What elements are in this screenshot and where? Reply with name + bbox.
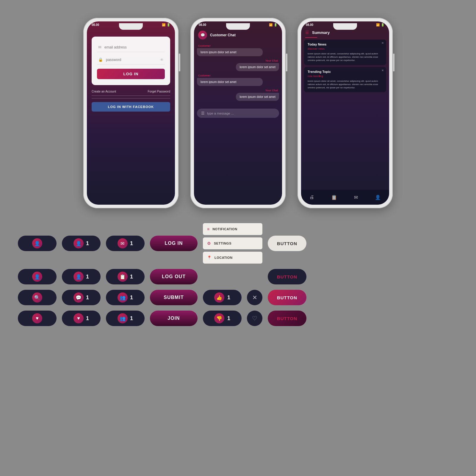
search-pill[interactable]: 🔍 [18, 290, 57, 305]
status-icons-1: 📶 🔋 [162, 23, 170, 26]
chat-messages: Customer lorem ipsum dolor set amet Your… [194, 43, 282, 106]
components-section: 👤 👤 1 ✉ 1 LOG IN ≡ NOTIFICATION ⚙ SETTIN… [0, 220, 476, 338]
notification-menu-item[interactable]: ≡ NOTIFICATION [203, 223, 262, 235]
user-pill-2[interactable]: 👤 [18, 269, 57, 284]
wifi-icon-2: 📶 [269, 23, 273, 26]
password-field[interactable]: 🔒 👁 [97, 55, 165, 65]
chat-header: 💬 Customer Chat [194, 28, 282, 43]
news-card-body-1: lorem ipsum dolor sit amet, consectetur … [308, 52, 383, 62]
chat-icon: 💬 [73, 292, 84, 303]
chat-title: Customer Chat [210, 33, 236, 37]
location-label: LOCATION [214, 256, 233, 259]
menu-items-group: ≡ NOTIFICATION ⚙ SETTINGS 📍 LOCATION [203, 223, 262, 264]
style-btn-dark[interactable]: BUTTON [268, 269, 306, 284]
sender-name-4: Your Chat [264, 89, 279, 92]
list-count-pill[interactable]: 📋 1 [106, 269, 145, 284]
email-input[interactable] [104, 45, 164, 49]
status-icons-3: 📶 🔋 [376, 23, 384, 26]
time-3: 08.00 [306, 23, 313, 26]
count-2: 1 [86, 274, 89, 280]
close-button-1[interactable]: ✕ [381, 41, 384, 45]
facebook-login-button[interactable]: LOG IN WITH FACEBOOK [92, 102, 170, 112]
close-pill-btn[interactable]: ✕ [247, 290, 262, 305]
submit-action-btn[interactable]: SUBMIT [150, 290, 198, 305]
nav-icon-4[interactable]: 👤 [375, 195, 381, 200]
email-field[interactable]: ✉ [97, 43, 165, 52]
status-bar-2: 08.00 📶 🔋 [194, 21, 282, 28]
summary-header: ☰ Summary [301, 28, 389, 37]
heart-count-pill[interactable]: ♥ 1 [62, 311, 101, 326]
bubble-2: lorem ipsum dolor set amet [236, 63, 279, 71]
message-3: Customer lorem ipsum dolor set amet [197, 74, 279, 86]
nav-icon-1[interactable]: 🖨 [309, 195, 314, 200]
component-row-4: ♥ ♥ 1 👥 1 JOIN 👎 1 ♡ BUTTON [18, 311, 458, 326]
heart-pill-solo[interactable]: ♥ [18, 311, 57, 326]
user-icon-1: 👤 [32, 238, 42, 248]
hamburger-icon[interactable]: ☰ [305, 30, 309, 35]
user-count-pill-1[interactable]: 👤 1 [62, 236, 101, 251]
login-links: Create an Account Forget Password [92, 90, 170, 93]
style-btn-light[interactable]: BUTTON [268, 236, 306, 251]
user-icon-2: 👤 [32, 272, 42, 282]
thumbsup-icon: 👍 [214, 292, 224, 303]
login-action-btn[interactable]: LOG IN [150, 236, 198, 251]
bubble-1: lorem ipsum dolor set amet [197, 48, 263, 56]
user-pill-1[interactable]: 👤 [18, 236, 57, 251]
count-group: 1 [130, 315, 133, 322]
login-button[interactable]: LOG IN [97, 69, 165, 79]
user-icon-count-2: 👤 [73, 272, 84, 282]
close-button-2[interactable]: ✕ [381, 69, 384, 72]
chat-avatar: 💬 [198, 31, 207, 40]
chat-screen: 08.00 📶 🔋 💬 Customer Chat Customer lorem… [194, 21, 282, 205]
like-pill[interactable]: 👍 1 [203, 290, 242, 305]
time-1: 08.00 [92, 23, 99, 26]
status-bar-3: 08.00 📶 🔋 [301, 21, 389, 28]
mail-count-pill[interactable]: ✉ 1 [106, 236, 145, 251]
style-btn-pink[interactable]: BUTTON [268, 290, 306, 305]
dislike-pill[interactable]: 👎 1 [203, 311, 242, 326]
email-icon: ✉ [98, 45, 101, 49]
message-1: Customer lorem ipsum dolor set amet [197, 44, 279, 56]
adduser-icon: 👥 [118, 292, 128, 303]
location-icon: 📍 [207, 256, 212, 260]
login-card: ✉ 🔒 👁 LOG IN [92, 37, 170, 85]
nav-icon-2[interactable]: 📋 [331, 195, 337, 200]
chat-input-bar[interactable]: ☰ type a message ... [197, 109, 279, 118]
count-chat: 1 [86, 295, 89, 301]
chat-count-pill[interactable]: 💬 1 [62, 290, 101, 305]
news-card-body-2: lorem ipsum dolor sit amet, consectetur … [308, 79, 383, 90]
nav-icon-3[interactable]: ✉ [354, 195, 358, 200]
user-count-pill-2[interactable]: 👤 1 [62, 269, 101, 284]
location-menu-item[interactable]: 📍 LOCATION [203, 252, 262, 264]
like-count: 1 [227, 295, 230, 301]
heart-outline-btn[interactable]: ♡ [247, 311, 262, 326]
forget-password-link[interactable]: Forget Password [148, 90, 170, 93]
style-btn-darkpink[interactable]: BUTTON [268, 311, 306, 326]
adduser-count-pill[interactable]: 👥 1 [106, 290, 145, 305]
battery-icon-3: 🔋 [381, 23, 384, 26]
today-news-card: ✕ Today News discover news lorem ipsum d… [304, 40, 386, 65]
count-mail: 1 [130, 240, 133, 247]
component-row-1: 👤 👤 1 ✉ 1 LOG IN ≡ NOTIFICATION ⚙ SETTIN… [18, 223, 458, 264]
join-action-btn[interactable]: JOIN [150, 311, 198, 326]
trending-card: ✕ Trending Topic now trending lorem ipsu… [304, 67, 386, 93]
settings-menu-item[interactable]: ⚙ SETTINGS [203, 237, 262, 249]
eye-icon[interactable]: 👁 [160, 58, 164, 62]
divider-1 [92, 95, 170, 96]
heart-icon-solo: ♥ [32, 313, 42, 323]
count-adduser: 1 [130, 295, 133, 301]
password-input[interactable] [106, 58, 157, 62]
logout-action-btn[interactable]: LOG OUT [150, 269, 198, 284]
user-icon-count-1: 👤 [73, 238, 84, 248]
mail-icon-1: ✉ [118, 238, 128, 248]
menu-icon: ☰ [201, 111, 205, 115]
group-count-pill[interactable]: 👥 1 [106, 311, 145, 326]
search-icon: 🔍 [32, 292, 42, 303]
create-account-link[interactable]: Create an Account [92, 90, 116, 93]
group-icon: 👥 [118, 313, 128, 323]
time-2: 08.00 [199, 23, 206, 26]
summary-screen: 08.00 📶 🔋 ☰ Summary ✕ Today News discove… [301, 21, 389, 205]
login-phone: 08.00 📶 🔋 ✉ 🔒 👁 LOG IN [83, 18, 178, 208]
login-screen: 08.00 📶 🔋 ✉ 🔒 👁 LOG IN [87, 21, 175, 205]
divider-2 [92, 98, 170, 98]
